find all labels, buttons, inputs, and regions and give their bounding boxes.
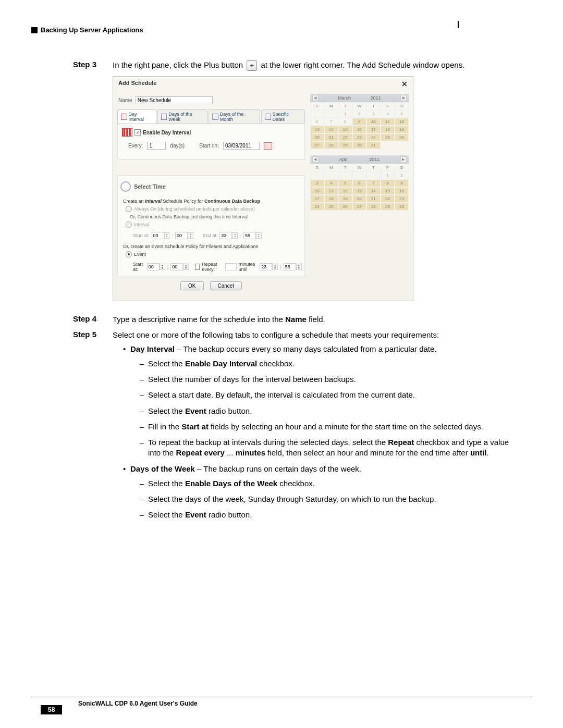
start-at-label: Start at: <box>133 233 150 238</box>
start-hour[interactable] <box>152 232 164 239</box>
interval-radio-label: Interval <box>134 222 150 227</box>
bullet-days-week: Days of the Week – The backup runs on ce… <box>123 464 511 521</box>
until-min[interactable] <box>284 263 296 270</box>
repeat-minutes[interactable] <box>225 263 237 270</box>
event-start-at-label: Start at: <box>133 262 145 272</box>
minutes-until-label: minutes until <box>239 262 258 272</box>
step4-body: Type a descriptive name for the schedule… <box>113 314 511 325</box>
next-month-icon[interactable]: ▶ <box>400 95 407 101</box>
step5-label: Step 5 <box>73 330 103 525</box>
tab-specific-dates[interactable]: Specific Dates <box>261 109 305 124</box>
prev-month-icon[interactable]: ◀ <box>312 95 319 101</box>
dialog-title: Add Schedule <box>118 80 156 88</box>
dash-item: Select the Event radio button. <box>140 406 511 416</box>
name-label: Name <box>118 97 132 103</box>
every-unit: day(s) <box>170 143 185 149</box>
event-radio-label: Event <box>134 252 146 257</box>
step3-text-after: at the lower right corner. The Add Sched… <box>261 60 465 69</box>
header-title: Backing Up Server Applications <box>41 26 143 34</box>
dash-item: Select the Enable Day Interval checkbox. <box>140 359 511 369</box>
calendar-april: ◀ April 2011 ▶ SMTWTFS123456789101112131… <box>310 155 409 211</box>
step3-text-before: In the right pane, click the Plus button <box>113 60 243 69</box>
name-input[interactable] <box>136 96 213 104</box>
or-event-label: Or, create an Event Schedule Policy for … <box>123 244 258 249</box>
step5-body: Select one or more of the following tabs… <box>113 330 511 525</box>
until-hour[interactable] <box>260 263 272 270</box>
calendar-icon <box>161 114 167 120</box>
enable-day-interval-label: Enable Day Interval <box>143 130 191 135</box>
dash-item: Select a start date. By default, the int… <box>140 390 511 400</box>
end-min[interactable] <box>243 232 256 239</box>
ok-button[interactable]: OK <box>180 281 203 290</box>
enable-day-interval-checkbox[interactable] <box>134 129 141 135</box>
prev-month-icon[interactable]: ◀ <box>312 156 319 163</box>
cancel-button[interactable]: Cancel <box>210 281 242 290</box>
interval-radio[interactable] <box>126 221 132 228</box>
cursor-mark <box>458 21 459 28</box>
start-on-label: Start on: <box>199 143 219 149</box>
always-on-label: Always On (during scheduled periods per … <box>134 206 255 212</box>
create-interval-line: Create an Interval Schedule Policy for C… <box>120 199 302 204</box>
close-icon[interactable]: ✕ <box>401 80 408 88</box>
step3-body: In the right pane, click the Plus button… <box>113 60 511 71</box>
select-time-label: Select Time <box>134 183 166 190</box>
start-min[interactable] <box>175 232 188 239</box>
repeat-label: Repeat every: <box>202 262 223 272</box>
add-schedule-dialog: Add Schedule ✕ Name Day Interval Days of… <box>113 76 413 301</box>
calendar-icon <box>265 114 271 120</box>
always-on-radio[interactable] <box>126 206 132 212</box>
end-hour[interactable] <box>219 232 232 239</box>
footer-guide: SonicWALL CDP 6.0 Agent User's Guide <box>78 700 532 707</box>
start-on-input[interactable] <box>223 142 260 150</box>
bullet-day-interval: Day Interval – The backup occurs every s… <box>123 344 511 459</box>
header-bullet-icon <box>31 27 38 33</box>
tab-day-interval[interactable]: Day Interval <box>117 109 156 124</box>
event-start-min[interactable] <box>170 263 183 270</box>
end-at-label: End at: <box>203 233 218 238</box>
step3-label: Step 3 <box>73 60 103 71</box>
footer: SonicWALL CDP 6.0 Agent User's Guide 58 <box>31 697 532 707</box>
dash-item: Fill in the Start at fields by selecting… <box>140 422 511 432</box>
calendar-icon <box>121 114 127 120</box>
red-calendar-icon <box>122 128 132 137</box>
tab-days-month[interactable]: Days of the Month <box>209 109 260 124</box>
dash-item: Select the number of days for the interv… <box>140 374 511 385</box>
next-month-icon[interactable]: ▶ <box>400 156 407 163</box>
every-input[interactable] <box>147 142 166 150</box>
calendar-march: ◀ March 2011 ▶ SMTWTFS123456789101112131… <box>310 94 409 149</box>
event-radio[interactable] <box>126 251 132 257</box>
date-picker-icon[interactable] <box>264 142 272 150</box>
dash-item: Select the Event radio button. <box>140 510 511 520</box>
dash-item: Select the days of the week, Sunday thro… <box>140 494 511 504</box>
step4-label: Step 4 <box>73 314 103 325</box>
page-number: 58 <box>41 705 62 714</box>
dash-item: Select the Enable Days of the Week check… <box>140 478 511 489</box>
event-start-hour[interactable] <box>147 263 160 270</box>
repeat-checkbox[interactable] <box>195 264 200 270</box>
tab-days-week[interactable]: Days of the Week <box>157 109 208 124</box>
dash-item: To repeat the backup at intervals during… <box>140 437 511 459</box>
clock-icon <box>120 181 131 192</box>
header: Backing Up Server Applications <box>31 26 532 34</box>
plus-icon: + <box>247 60 257 71</box>
every-label: Every: <box>128 143 143 149</box>
calendar-icon <box>212 114 218 120</box>
or-continuous-label: Or, Continuous Data Backup just during t… <box>120 214 302 219</box>
